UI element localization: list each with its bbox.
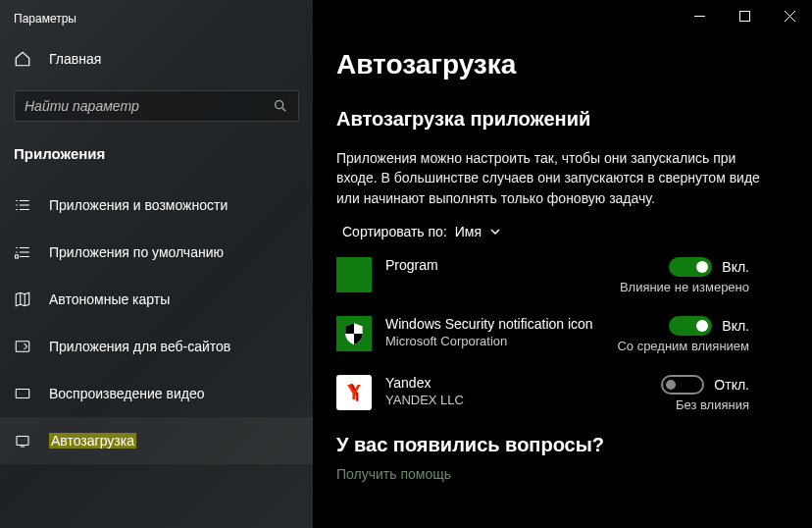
sidebar-item-video[interactable]: Воспроизведение видео	[0, 370, 313, 417]
link-icon	[14, 338, 31, 355]
sidebar-item-startup[interactable]: Автозагрузка	[0, 417, 313, 464]
list-icon	[14, 196, 31, 214]
section-header: Приложения	[0, 122, 313, 174]
svg-rect-22	[739, 11, 749, 21]
home-label: Главная	[49, 51, 101, 67]
page-title: Автозагрузка	[336, 49, 788, 80]
svg-line-1	[282, 108, 285, 111]
home-icon	[14, 50, 31, 68]
app-icon-shield	[336, 316, 372, 351]
impact-label: Со средним влиянием	[617, 339, 749, 353]
startup-toggle[interactable]	[669, 257, 712, 277]
startup-app-row: Windows Security notification icon Micro…	[336, 316, 788, 353]
sidebar-item-label: Приложения по умолчанию	[49, 244, 224, 260]
chevron-down-icon	[489, 226, 501, 238]
sidebar: Параметры Главная Приложения Приложения …	[0, 0, 313, 528]
app-name: Windows Security notification icon	[385, 316, 605, 332]
sidebar-item-label: Воспроизведение видео	[49, 386, 204, 401]
window-controls	[677, 0, 812, 31]
startup-icon	[14, 432, 31, 449]
startup-toggle[interactable]	[669, 316, 712, 336]
get-help-link[interactable]: Получить помощь	[336, 466, 788, 482]
app-icon-generic	[336, 257, 372, 292]
home-nav[interactable]: Главная	[0, 37, 313, 80]
questions-header: У вас появились вопросы?	[336, 434, 788, 456]
toggle-state-label: Вкл.	[722, 318, 749, 334]
app-icon-yandex: Y	[336, 375, 372, 410]
svg-text:Y: Y	[347, 380, 362, 404]
svg-rect-18	[16, 390, 29, 398]
app-publisher: Microsoft Corporation	[385, 334, 605, 348]
video-icon	[14, 385, 31, 402]
search-input[interactable]	[25, 98, 260, 114]
sidebar-item-offline-maps[interactable]: Автономные карты	[0, 276, 313, 323]
app-publisher: YANDEX LLC	[385, 393, 649, 407]
section-description: Приложения можно настроить так, чтобы он…	[336, 148, 768, 208]
close-button[interactable]	[767, 0, 812, 31]
startup-app-row: Program Вкл. Влияние не измерено	[336, 257, 788, 294]
sidebar-item-label: Приложения и возможности	[49, 197, 228, 213]
svg-rect-19	[17, 437, 28, 446]
search-icon	[273, 98, 288, 114]
sidebar-item-apps-features[interactable]: Приложения и возможности	[0, 182, 313, 229]
impact-label: Без влияния	[676, 397, 749, 412]
startup-toggle[interactable]	[661, 375, 704, 395]
sort-value: Имя	[455, 224, 482, 239]
minimize-button[interactable]	[677, 0, 722, 31]
search-box[interactable]	[14, 90, 299, 122]
svg-rect-12	[16, 255, 19, 258]
sidebar-item-label: Приложения для веб-сайтов	[49, 339, 230, 354]
sort-label: Сортировать по:	[342, 224, 447, 239]
toggle-state-label: Вкл.	[722, 259, 749, 275]
main-panel: Автозагрузка Автозагрузка приложений При…	[313, 0, 812, 528]
nav-list: Приложения и возможности Приложения по у…	[0, 182, 313, 464]
toggle-state-label: Откл.	[714, 377, 749, 393]
startup-app-row: Y Yandex YANDEX LLC Откл. Без влияния	[336, 375, 788, 412]
maximize-button[interactable]	[722, 0, 767, 31]
section-subtitle: Автозагрузка приложений	[336, 108, 788, 131]
svg-point-0	[276, 101, 283, 109]
sidebar-item-default-apps[interactable]: Приложения по умолчанию	[0, 229, 313, 276]
map-icon	[14, 290, 31, 308]
sort-selector[interactable]: Сортировать по: Имя	[336, 224, 788, 239]
app-name: Program	[385, 257, 608, 273]
window-title: Параметры	[0, 0, 313, 37]
checklist-icon	[14, 243, 31, 261]
app-name: Yandex	[385, 375, 649, 391]
sidebar-item-web-apps[interactable]: Приложения для веб-сайтов	[0, 323, 313, 370]
sidebar-item-label: Автономные карты	[49, 291, 170, 307]
sidebar-item-label: Автозагрузка	[49, 433, 136, 449]
impact-label: Влияние не измерено	[620, 280, 749, 294]
svg-marker-14	[16, 292, 29, 306]
